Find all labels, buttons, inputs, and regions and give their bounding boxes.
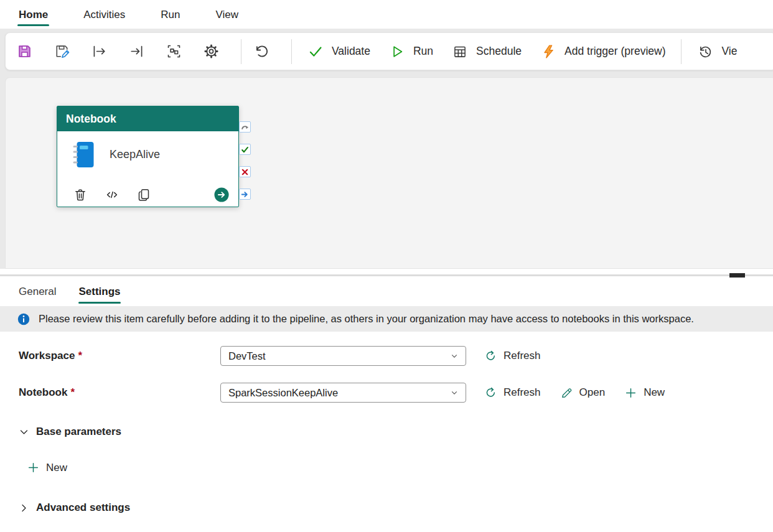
completion-port[interactable] bbox=[239, 189, 251, 200]
menu-tab-home[interactable]: Home bbox=[17, 2, 49, 26]
workspace-select-value: DevTest bbox=[228, 350, 448, 362]
panel-splitter bbox=[0, 274, 773, 276]
activity-type-header: Notebook bbox=[57, 106, 238, 131]
validate-check-icon bbox=[307, 44, 324, 60]
settings-gear-button[interactable] bbox=[197, 38, 225, 65]
workspace-refresh-button[interactable]: Refresh bbox=[483, 347, 542, 365]
validate-label: Validate bbox=[332, 45, 370, 58]
pencil-icon bbox=[560, 386, 573, 399]
menu-tab-activities[interactable]: Activities bbox=[82, 2, 126, 26]
notebook-new-button[interactable]: New bbox=[623, 384, 666, 402]
undo-icon bbox=[253, 43, 270, 60]
skip-arrow-icon bbox=[241, 123, 249, 131]
workspace-select[interactable]: DevTest bbox=[220, 346, 466, 366]
view-run-history-label: Vie bbox=[721, 45, 737, 58]
view-run-history-button[interactable]: Vie bbox=[688, 38, 746, 65]
add-trigger-button[interactable]: Add trigger (preview) bbox=[531, 38, 675, 65]
chevron-down-icon bbox=[19, 427, 29, 437]
schedule-button[interactable]: Schedule bbox=[443, 38, 531, 65]
delete-trash-icon bbox=[73, 187, 88, 202]
advanced-settings-title: Advanced settings bbox=[36, 502, 130, 514]
delete-activity-button[interactable] bbox=[72, 187, 88, 203]
properties-panel: General Settings Please review this item… bbox=[0, 269, 773, 532]
open-label: Open bbox=[579, 386, 606, 399]
collapse-input-button[interactable] bbox=[85, 38, 113, 65]
notebook-select-value: SparkSessionKeepAlive bbox=[228, 387, 448, 399]
activity-body: KeepAlive bbox=[57, 131, 238, 207]
advanced-settings-section[interactable]: Advanced settings bbox=[19, 502, 773, 514]
auto-align-button[interactable] bbox=[160, 38, 187, 65]
failure-x-icon bbox=[241, 168, 249, 176]
run-button[interactable]: Run bbox=[380, 38, 443, 65]
menu-tab-view[interactable]: View bbox=[215, 2, 240, 26]
required-marker: * bbox=[70, 386, 75, 398]
activity-footer bbox=[72, 187, 230, 203]
completion-arrow-icon bbox=[241, 190, 249, 198]
save-button[interactable] bbox=[11, 38, 38, 65]
notebook-activity-card[interactable]: Notebook KeepAlive bbox=[57, 106, 239, 207]
chevron-right-icon bbox=[19, 503, 29, 513]
new-parameter-label: New bbox=[46, 462, 67, 474]
new-parameter-button[interactable]: New bbox=[26, 459, 68, 477]
chevron-down-icon bbox=[448, 350, 461, 362]
chevron-down-icon bbox=[448, 386, 461, 399]
success-port[interactable] bbox=[239, 144, 251, 155]
collapse-output-button[interactable] bbox=[123, 38, 150, 65]
add-connector-icon bbox=[214, 187, 229, 202]
workspace-label: Workspace* bbox=[19, 350, 220, 362]
base-parameters-section[interactable]: Base parameters bbox=[19, 426, 773, 438]
panel-resize-handle[interactable] bbox=[729, 273, 745, 278]
clone-activity-button[interactable] bbox=[136, 187, 152, 203]
refresh-label: Refresh bbox=[504, 386, 541, 399]
notebook-icon bbox=[72, 141, 95, 169]
notebook-refresh-button[interactable]: Refresh bbox=[483, 384, 542, 402]
plus-icon bbox=[27, 461, 40, 474]
schedule-label: Schedule bbox=[476, 45, 522, 58]
refresh-icon bbox=[484, 350, 497, 363]
tab-general[interactable]: General bbox=[19, 286, 56, 304]
notebook-label: Notebook* bbox=[19, 386, 220, 399]
auto-align-icon bbox=[166, 43, 182, 60]
menu-tab-run[interactable]: Run bbox=[159, 2, 181, 26]
info-icon bbox=[17, 313, 30, 325]
tab-settings[interactable]: Settings bbox=[78, 286, 120, 304]
run-history-icon bbox=[697, 44, 713, 60]
pipeline-canvas[interactable]: Notebook KeepAlive bbox=[5, 77, 773, 269]
new-label: New bbox=[644, 386, 665, 399]
menu-bar: Home Activities Run View bbox=[0, 0, 773, 29]
run-play-icon bbox=[389, 44, 405, 60]
banner-text: Please review this item carefully before… bbox=[39, 313, 694, 325]
undo-button[interactable] bbox=[248, 38, 275, 65]
collapse-input-icon bbox=[91, 43, 108, 60]
activity-name: KeepAlive bbox=[110, 148, 160, 161]
activity-ports bbox=[239, 121, 251, 200]
toolbar: Validate Run Schedule Add trigger (previ… bbox=[5, 32, 773, 70]
settings-gear-icon bbox=[203, 43, 220, 60]
failure-port[interactable] bbox=[239, 166, 251, 177]
trigger-lightning-icon bbox=[540, 44, 556, 60]
refresh-icon bbox=[484, 386, 497, 399]
notebook-open-button[interactable]: Open bbox=[559, 384, 607, 402]
schedule-calendar-icon bbox=[452, 44, 468, 60]
base-parameters-title: Base parameters bbox=[36, 426, 121, 438]
notebook-select[interactable]: SparkSessionKeepAlive bbox=[220, 383, 466, 403]
collapse-output-icon bbox=[128, 43, 145, 60]
add-connector-button[interactable] bbox=[213, 187, 230, 203]
add-trigger-label: Add trigger (preview) bbox=[565, 45, 665, 58]
notebook-field-row: Notebook* SparkSessionKeepAlive Refresh bbox=[19, 383, 773, 403]
save-as-button[interactable] bbox=[48, 38, 75, 65]
refresh-label: Refresh bbox=[504, 350, 541, 362]
settings-form: Workspace* DevTest Refresh Notebook* bbox=[0, 346, 773, 514]
plus-icon bbox=[624, 386, 637, 399]
open-code-button[interactable] bbox=[104, 187, 120, 203]
validate-button[interactable]: Validate bbox=[298, 38, 380, 65]
toolbar-divider bbox=[241, 39, 241, 64]
clone-copy-icon bbox=[136, 187, 151, 202]
panel-tabs: General Settings bbox=[0, 286, 773, 304]
skip-port[interactable] bbox=[239, 121, 251, 133]
run-label: Run bbox=[413, 45, 433, 58]
base-parameters-body: New bbox=[26, 459, 773, 477]
code-icon bbox=[105, 187, 119, 202]
workspace-field-row: Workspace* DevTest Refresh bbox=[19, 346, 773, 366]
save-as-icon bbox=[54, 43, 70, 60]
